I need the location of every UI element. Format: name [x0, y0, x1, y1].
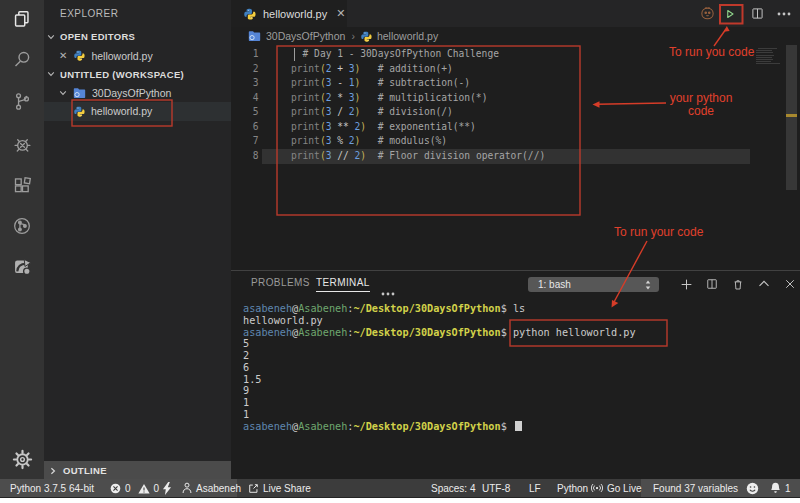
- terminal-line: asabeneh@Asabeneh:~/Desktop/30DaysOfPyth…: [243, 303, 636, 315]
- tab-close-icon[interactable]: ✕: [336, 7, 345, 20]
- line-text: print(3 // 2) # Floor division operator(…: [291, 149, 545, 164]
- split-editor-icon[interactable]: [751, 0, 764, 27]
- line-number: 6: [231, 120, 259, 135]
- file-label: helloworld.py: [91, 105, 152, 117]
- chevron-down-icon: [47, 33, 55, 41]
- line-number: 2: [231, 62, 259, 77]
- minimap-line: [756, 61, 771, 62]
- source-control-icon[interactable]: [0, 91, 44, 112]
- terminal-line: 6: [243, 362, 636, 374]
- annotation-your-python-code: your python code: [662, 92, 740, 118]
- terminal-line: 1: [243, 397, 636, 409]
- tab-terminal[interactable]: TERMINAL: [316, 277, 370, 292]
- close-icon[interactable]: ✕: [59, 50, 67, 61]
- quokka-icon[interactable]: [699, 0, 716, 27]
- editor-cursor: [294, 48, 296, 61]
- python-version-item[interactable]: Python 3.7.5 64-bit: [10, 479, 94, 497]
- outline-section-header[interactable]: OUTLINE: [44, 461, 231, 480]
- settings-gear-icon[interactable]: [0, 449, 44, 470]
- workspace-header[interactable]: UNTITLED (WORKSPACE): [44, 65, 231, 84]
- annotation-run-bottom: To run your code: [614, 225, 703, 239]
- split-terminal-icon[interactable]: [705, 277, 719, 291]
- eol-item[interactable]: LF: [529, 479, 541, 497]
- git-graph-icon[interactable]: [0, 216, 44, 236]
- tab-label: helloworld.py: [263, 8, 327, 20]
- terminal-output[interactable]: asabeneh@Asabeneh:~/Desktop/30DaysOfPyth…: [243, 303, 636, 432]
- scrollbar-decoration: [786, 114, 797, 117]
- status-bar: Python 3.7.5 64-bit 0 0 Asabeneh: [0, 479, 800, 498]
- debug-icon[interactable]: [0, 134, 44, 155]
- share-icon: [248, 483, 259, 494]
- tab-problems[interactable]: PROBLEMS: [251, 277, 310, 288]
- minimap-line: [756, 63, 780, 64]
- code-line[interactable]: 7print(3 % 2) # modulus(%): [231, 134, 800, 149]
- encoding-item[interactable]: UTF-8: [482, 479, 510, 497]
- terminal-line: helloworld.py: [243, 315, 636, 327]
- person-icon: [182, 482, 192, 494]
- select-arrows-icon: [645, 280, 651, 290]
- file-item-selected[interactable]: helloworld.py: [44, 102, 231, 121]
- editor-scrollbar[interactable]: [786, 45, 797, 190]
- line-text: print(3 ** 2) # exponential(**): [291, 120, 476, 135]
- line-number: 3: [231, 76, 259, 91]
- new-terminal-icon[interactable]: [679, 277, 693, 291]
- folder-item[interactable]: 30DaysOfPython: [44, 83, 231, 102]
- line-number: 8: [231, 149, 259, 164]
- chevron-right-icon: [49, 467, 57, 475]
- search-icon[interactable]: [0, 49, 44, 70]
- terminal-cursor: [515, 421, 522, 432]
- notifications-item[interactable]: 1: [769, 479, 791, 497]
- annotation-run-top: To run you code: [669, 45, 754, 59]
- open-editor-item[interactable]: ✕ helloworld.py: [44, 46, 231, 65]
- code-line[interactable]: 3print(3 - 1) # subtraction(-): [231, 76, 800, 91]
- open-editors-header[interactable]: OPEN EDITORS: [44, 27, 231, 46]
- panel-more-icon[interactable]: [381, 282, 395, 300]
- spaces-item[interactable]: Spaces: 4: [431, 479, 475, 497]
- minimap-line: [756, 50, 772, 51]
- more-actions-icon[interactable]: [777, 0, 791, 27]
- explorer-sidebar: EXPLORER OPEN EDITORS ✕ helloworld.py UN…: [44, 0, 231, 479]
- live-share-item[interactable]: Live Share: [248, 479, 311, 497]
- kill-terminal-icon[interactable]: [731, 277, 745, 291]
- python-file-icon: [244, 8, 256, 20]
- extensions-icon[interactable]: [0, 175, 44, 196]
- breadcrumb-folder[interactable]: 30DaysOfPython: [266, 30, 345, 42]
- activity-bar: [0, 0, 44, 479]
- sidebar-title: EXPLORER: [60, 8, 118, 19]
- explorer-icon[interactable]: [0, 9, 44, 31]
- code-line[interactable]: 6print(3 ** 2) # exponential(**): [231, 120, 800, 135]
- breadcrumb[interactable]: 30DaysOfPython › helloworld.py: [231, 27, 800, 45]
- bell-icon: [769, 481, 782, 495]
- line-number: 7: [231, 134, 259, 149]
- folder-icon: [248, 30, 261, 42]
- minimap-line: [756, 57, 772, 58]
- account-item[interactable]: Asabeneh: [182, 479, 241, 497]
- lightning-icon[interactable]: [162, 479, 172, 497]
- chevron-down-icon: [59, 89, 67, 97]
- variables-item[interactable]: Found 37 variables: [653, 479, 738, 497]
- bottom-panel: PROBLEMS TERMINAL 1: bash: [231, 270, 800, 479]
- feedback-smiley-icon[interactable]: [746, 479, 759, 497]
- editor-group: helloworld.py ✕: [231, 0, 800, 479]
- chevron-down-icon: [47, 70, 55, 78]
- maximize-panel-icon[interactable]: [757, 277, 771, 291]
- close-panel-icon[interactable]: [783, 277, 797, 291]
- breadcrumb-file[interactable]: helloworld.py: [377, 30, 438, 42]
- terminal-line: 9: [243, 385, 636, 397]
- go-live-item[interactable]: Go Live: [591, 479, 641, 497]
- warning-icon: [138, 483, 150, 494]
- code-line[interactable]: 2print(2 + 3) # addition(+): [231, 62, 800, 77]
- line-text: # Day 1 - 30DaysOfPython Challenge: [291, 47, 499, 62]
- code-line[interactable]: 8print(3 // 2) # Floor division operator…: [231, 149, 800, 164]
- minimap-line: [756, 59, 773, 60]
- live-share-icon[interactable]: [0, 256, 44, 277]
- problems-item[interactable]: 0 0: [110, 479, 159, 497]
- terminal-select[interactable]: 1: bash: [528, 277, 659, 292]
- terminal-line: asabeneh@Asabeneh:~/Desktop/30DaysOfPyth…: [243, 421, 636, 433]
- run-play-icon[interactable]: [724, 0, 736, 27]
- error-icon: [110, 483, 121, 494]
- tab-helloworld[interactable]: helloworld.py ✕: [231, 0, 347, 27]
- language-item[interactable]: Python: [557, 479, 588, 497]
- code-editor[interactable]: 1 # Day 1 - 30DaysOfPython Challenge2pri…: [231, 45, 800, 270]
- python-file-icon: [361, 31, 372, 42]
